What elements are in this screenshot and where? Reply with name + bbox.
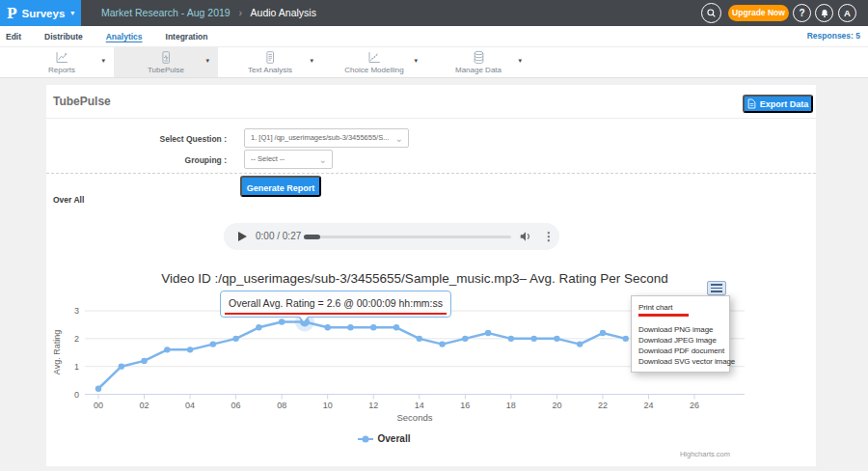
avatar[interactable]: A xyxy=(838,4,856,22)
nav-item-edit[interactable]: Edit xyxy=(6,32,21,42)
svg-text:00: 00 xyxy=(94,401,103,410)
surveys-product-menu[interactable]: P Surveys ▾ xyxy=(0,0,81,26)
menu-separator xyxy=(632,317,729,324)
svg-text:06: 06 xyxy=(231,401,241,410)
help-button[interactable]: ? xyxy=(793,4,811,22)
upgrade-now-button[interactable]: Upgrade Now xyxy=(728,5,789,21)
toolbar-item-tubepulse[interactable]: TubePulse ▾ xyxy=(114,47,218,77)
chevron-down-icon: ▾ xyxy=(518,57,522,65)
nav-item-integration[interactable]: Integration xyxy=(166,32,208,42)
svg-text:22: 22 xyxy=(598,401,608,410)
nav-item-distribute[interactable]: Distribute xyxy=(44,32,83,42)
tooltip-text: Overall Avg. Rating = 2.6 @ 00:00:09 hh:… xyxy=(229,297,443,309)
chart-context-menu-icon[interactable] xyxy=(707,281,726,295)
breadcrumb: Market Research - Aug 2019 › Audio Analy… xyxy=(101,0,316,26)
pulse-document-icon xyxy=(159,51,173,65)
svg-text:12: 12 xyxy=(368,401,378,410)
scatter-chart-icon xyxy=(366,51,382,65)
red-annotation-underline xyxy=(225,313,447,316)
menu-item-download-svg[interactable]: Download SVG vector image xyxy=(632,356,729,367)
svg-text:02: 02 xyxy=(140,401,149,410)
breadcrumb-separator: › xyxy=(239,7,243,18)
toolbar-item-label: Choice Modelling xyxy=(344,66,403,74)
svg-text:20: 20 xyxy=(552,401,561,410)
line-chart-icon xyxy=(54,51,69,65)
svg-text:Seconds: Seconds xyxy=(397,412,433,423)
chevron-down-icon: ▾ xyxy=(414,57,418,65)
menu-item-download-jpeg[interactable]: Download JPEG image xyxy=(632,335,729,346)
nav-item-analytics[interactable]: Analytics xyxy=(106,32,143,42)
chevron-down-icon: ▾ xyxy=(310,57,313,65)
top-bar: P Surveys ▾ Market Research - Aug 2019 ›… xyxy=(0,0,868,26)
svg-text:14: 14 xyxy=(415,401,424,410)
chart-context-menu: Print chart Download PNG image Download … xyxy=(631,295,730,373)
product-label: Surveys xyxy=(22,8,66,19)
toolbar-item-text-analysis[interactable]: Text Analysis ▾ xyxy=(218,47,322,77)
svg-text:24: 24 xyxy=(643,401,653,410)
chevron-down-icon: ▾ xyxy=(205,57,209,65)
tubepulse-panel: TubePulse Export Data Select Question : … xyxy=(46,85,816,466)
responses-count[interactable]: Responses: 5 xyxy=(807,26,860,46)
toolbar-item-label: Manage Data xyxy=(455,66,502,74)
menu-item-download-pdf[interactable]: Download PDF document xyxy=(632,346,729,356)
svg-text:Avg. Rating: Avg. Rating xyxy=(52,330,62,374)
questionpro-logo-icon: P xyxy=(7,6,17,21)
menu-item-download-png[interactable]: Download PNG image xyxy=(632,324,729,335)
legend-label: Overall xyxy=(378,433,411,444)
menu-item-print-chart[interactable]: Print chart xyxy=(632,300,729,313)
app-screen: P Surveys ▾ Market Research - Aug 2019 ›… xyxy=(0,0,868,471)
notifications-bell-icon[interactable] xyxy=(815,4,833,22)
toolbar-item-reports[interactable]: Reports ▾ xyxy=(10,47,114,77)
search-icon[interactable] xyxy=(701,3,721,23)
svg-text:1: 1 xyxy=(74,362,79,372)
svg-text:16: 16 xyxy=(460,401,470,410)
analytics-toolbar: Reports ▾ TubePulse ▾ Text Analysis ▾ Ch… xyxy=(0,46,868,78)
text-document-icon xyxy=(263,51,277,65)
toolbar-item-label: TubePulse xyxy=(148,66,184,74)
chevron-down-icon: ▾ xyxy=(101,57,105,65)
toolbar-item-manage-data[interactable]: Manage Data ▾ xyxy=(426,47,530,77)
toolbar-item-label: Text Analysis xyxy=(248,66,292,74)
toolbar-item-choice-modelling[interactable]: Choice Modelling ▾ xyxy=(322,47,426,77)
svg-text:26: 26 xyxy=(690,401,699,410)
breadcrumb-survey-link[interactable]: Market Research - Aug 2019 xyxy=(101,7,231,18)
survey-nav: Edit Distribute Analytics Integration Re… xyxy=(0,26,868,46)
svg-text:08: 08 xyxy=(277,401,286,410)
database-icon xyxy=(472,51,486,65)
svg-text:10: 10 xyxy=(323,401,333,410)
tooltip-arrow-fill xyxy=(299,316,309,321)
toolbar-item-label: Reports xyxy=(48,66,75,74)
svg-text:18: 18 xyxy=(506,401,516,410)
chevron-down-icon: ▾ xyxy=(70,9,74,17)
svg-text:2: 2 xyxy=(74,334,79,344)
chart-tooltip: Overall Avg. Rating = 2.6 @ 00:00:09 hh:… xyxy=(220,291,451,318)
legend-item-overall[interactable]: Overall xyxy=(278,433,490,444)
highcharts-credits-link[interactable]: Highcharts.com xyxy=(585,450,730,458)
svg-text:04: 04 xyxy=(185,401,195,410)
legend-marker-icon xyxy=(358,434,373,444)
rating-line-chart[interactable]: 01230002040608101214161820222426Avg. Rat… xyxy=(46,85,816,466)
breadcrumb-current-page: Audio Analysis xyxy=(251,7,316,18)
svg-text:0: 0 xyxy=(74,390,79,400)
svg-text:3: 3 xyxy=(74,306,79,316)
